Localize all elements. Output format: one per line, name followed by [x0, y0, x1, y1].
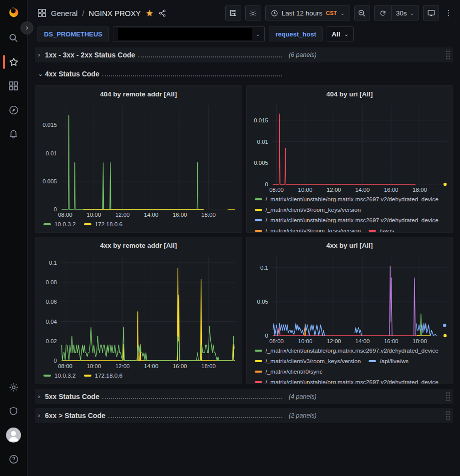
legend-item[interactable]: /_matrix/client/unstable/org.matrix.msc2…: [255, 217, 439, 224]
time-range-picker[interactable]: Last 12 hours CST ⌄: [265, 5, 350, 20]
row-5xx[interactable]: › 5xx Status Code (4 panels): [35, 389, 453, 404]
legend-swatch: [255, 371, 262, 373]
variable-select-ds-prometheus[interactable]: ⌄: [113, 26, 265, 41]
panel-legend: /_matrix/client/unstable/org.matrix.msc2…: [250, 346, 450, 384]
star-outline-icon: [8, 57, 19, 67]
x-axis-tick: 10:00: [298, 187, 312, 193]
timeseries-chart[interactable]: 00.020.040.060.080.108:0010:0012:0014:00…: [38, 252, 240, 371]
favorite-star-icon[interactable]: [145, 9, 154, 17]
legend-item[interactable]: 10.0.3.2: [43, 372, 76, 379]
x-axis-tick: 14:00: [355, 187, 370, 193]
timeseries-chart[interactable]: 00.0050.010.01508:0010:0012:0014:0016:00…: [250, 100, 452, 194]
legend-swatch: [369, 360, 376, 362]
panel-title[interactable]: 404 by uri [All]: [250, 87, 450, 100]
legend-item[interactable]: /_matrix/client/unstable/org.matrix.msc2…: [255, 196, 439, 203]
chevron-down-icon: ⌄: [410, 10, 414, 16]
sidebar-item-dashboards[interactable]: [0, 74, 27, 98]
series-line: [389, 266, 392, 336]
legend-label: /_matrix/client/r0/sync: [266, 368, 323, 375]
sidebar-item-starred[interactable]: [0, 50, 27, 74]
sidebar-item-configuration[interactable]: [0, 375, 27, 399]
row-drag-handle[interactable]: [446, 392, 450, 401]
series-endpoint-dot: [443, 334, 446, 337]
legend-item[interactable]: /_matrix/client/v3/room_keys/version: [255, 358, 361, 365]
legend-item[interactable]: /api/live/ws: [369, 358, 409, 365]
sidebar-item-alerting[interactable]: [0, 122, 27, 146]
panel-title[interactable]: 4xx by remote addr [All]: [38, 239, 239, 252]
legend-item[interactable]: /_matrix/client/unstable/org.matrix.msc2…: [255, 347, 439, 354]
sidebar-expand-button[interactable]: ›: [20, 21, 33, 34]
x-axis-tick: 18:00: [413, 187, 427, 193]
legend-item[interactable]: /_matrix/client/r0/sync: [255, 368, 323, 375]
y-axis-tick: 0.08: [46, 279, 57, 285]
legend-label: 172.18.0.6: [95, 372, 123, 379]
legend-item[interactable]: /_matrix/client/unstable/org.matrix.msc2…: [255, 379, 439, 384]
panel-title[interactable]: 4xx by uri [All]: [250, 239, 450, 252]
x-axis-tick: 12:00: [326, 187, 341, 193]
row-drag-handle[interactable]: [446, 50, 450, 59]
legend-label: /_matrix/client/unstable/org.matrix.msc2…: [266, 196, 439, 203]
legend-swatch: [84, 375, 91, 377]
sidebar-item-server-admin[interactable]: [0, 399, 27, 423]
dashboard-settings-button[interactable]: [245, 5, 261, 20]
timeseries-chart[interactable]: 00.0050.010.01508:0010:0012:0014:0016:00…: [38, 100, 240, 219]
dotted-leader: [102, 70, 282, 76]
legend-item[interactable]: 172.18.0.6: [84, 221, 123, 228]
y-axis-tick: 0: [265, 333, 268, 339]
row-title: 5xx Status Code: [45, 393, 99, 401]
breadcrumb-section[interactable]: General: [51, 9, 77, 17]
y-axis-tick: 0.1: [260, 265, 268, 271]
cycle-view-mode-button[interactable]: [423, 5, 439, 20]
panel-title[interactable]: 404 by remote addr [All]: [38, 87, 239, 100]
sidebar-item-explore[interactable]: [0, 98, 27, 122]
legend-item[interactable]: /_matrix/client/v3/room_keys/version: [255, 227, 361, 233]
refresh-interval-dropdown[interactable]: 30s ⌄: [391, 6, 419, 20]
x-axis-tick: 18:00: [201, 212, 216, 218]
x-axis-tick: 12:00: [326, 338, 341, 344]
row-6xx[interactable]: › 6xx > Status Code (2 panels): [35, 408, 453, 423]
legend-swatch: [255, 209, 262, 211]
row-4xx[interactable]: ⌄ 4xx Status Code: [35, 66, 453, 81]
y-axis-tick: 0: [265, 181, 268, 187]
legend-item[interactable]: 172.18.0.6: [84, 372, 123, 379]
refresh-button[interactable]: [375, 6, 391, 20]
breadcrumb-title[interactable]: NGINX PROXY: [89, 9, 141, 17]
row-1xx-3xx-2xx[interactable]: › 1xx - 3xx - 2xx Status Code (6 panels): [35, 47, 453, 62]
legend-item[interactable]: 10.0.3.2: [43, 221, 76, 228]
save-dashboard-button[interactable]: [225, 5, 241, 20]
dotted-leader: [138, 51, 282, 57]
kebab-menu-button[interactable]: ⋮: [443, 5, 454, 20]
legend-item[interactable]: /_matrix/client/v3/room_keys/version: [255, 206, 361, 213]
sidebar-item-help[interactable]: [0, 447, 27, 471]
x-axis-tick: 14:00: [144, 212, 158, 218]
variable-select-request-host[interactable]: All ⌄: [327, 26, 354, 41]
y-axis-tick: 0.01: [257, 139, 268, 145]
legend-swatch: [255, 350, 262, 352]
legend-label: 172.18.0.6: [95, 221, 123, 228]
refresh-picker: 30s ⌄: [374, 5, 419, 20]
dashboards-grid-icon: [8, 81, 18, 91]
legend-swatch: [255, 381, 262, 383]
dashboard-canvas: › 1xx - 3xx - 2xx Status Code (6 panels)…: [27, 45, 460, 476]
chevron-down-icon: ⌄: [256, 31, 260, 37]
series-endpoint-dot: [443, 324, 446, 327]
legend-swatch: [84, 223, 91, 225]
legend-swatch: [255, 219, 262, 221]
legend-item[interactable]: /sw.js: [369, 227, 394, 233]
timeseries-chart[interactable]: 00.050.108:0010:0012:0014:0016:0018:00: [250, 252, 452, 346]
toolbar: Last 12 hours CST ⌄ 30s: [225, 5, 454, 20]
panel-404-by-uri: 404 by uri [All] 00.0050.010.01508:0010:…: [246, 85, 454, 233]
legend-swatch: [255, 360, 262, 362]
y-axis-tick: 0: [54, 358, 57, 364]
gear-icon: [249, 9, 257, 17]
variable-label-request-host: request_host: [269, 26, 323, 41]
sidebar-item-user[interactable]: [0, 423, 27, 447]
row-drag-handle[interactable]: [446, 411, 450, 420]
panel-4xx-by-uri: 4xx by uri [All] 00.050.108:0010:0012:00…: [246, 237, 454, 384]
share-icon[interactable]: [158, 9, 167, 17]
zoom-out-time-button[interactable]: [354, 5, 370, 20]
legend-label: /_matrix/client/unstable/org.matrix.msc2…: [266, 217, 439, 224]
top-navbar: General / NGINX PROXY: [27, 0, 460, 26]
row-panel-count: (6 panels): [289, 51, 317, 58]
legend-label: 10.0.3.2: [54, 221, 76, 228]
